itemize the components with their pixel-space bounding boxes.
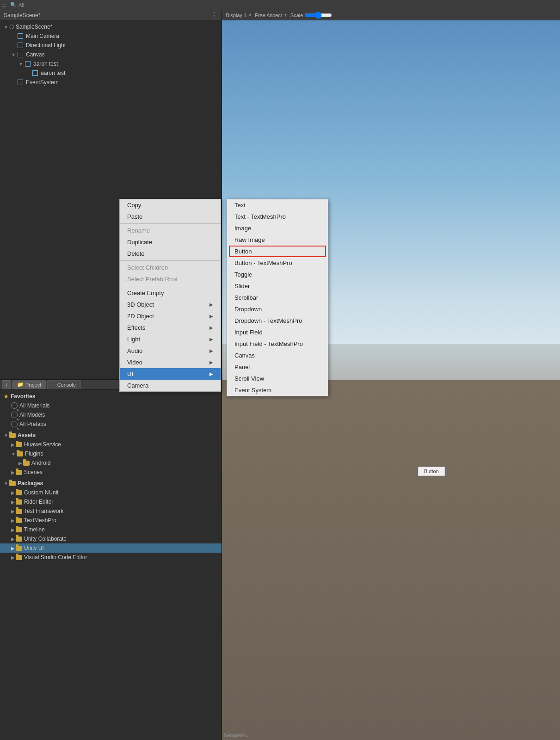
android-label: Android [31,460,50,466]
project-assets[interactable]: ▼ Assets [0,431,222,440]
add-tab-button[interactable]: + [2,380,11,389]
context-light[interactable]: Light ▶ [120,333,221,345]
submenu-canvas[interactable]: Canvas [227,350,328,361]
huawei-arrow: ▶ [11,442,15,447]
project-all-models[interactable]: All Models [0,410,222,419]
scale-slider[interactable] [304,12,332,18]
submenu-panel[interactable]: Panel [227,361,328,373]
project-timeline[interactable]: ▶ Timeline [0,525,222,534]
scene-toolbar: Display 1 ▼ Free Aspect ▼ Scale [222,10,560,20]
context-effects[interactable]: Effects ▶ [120,322,221,333]
hierarchy-menu-icon[interactable]: ⋮ [210,11,218,19]
submenu-scroll-view[interactable]: Scroll View [227,373,328,384]
submenu-toggle[interactable]: Toggle [227,269,328,280]
bottom-panels: + 📁 Project ≡ Console ★ Favorites [0,379,222,740]
submenu-text-textmeshpro[interactable]: Text - TextMeshPro [227,211,328,222]
select-children-label: Select Children [127,264,168,271]
hierarchy-item-canvas[interactable]: ▼ Canvas [0,50,222,59]
assets-arrow: ▼ [4,433,8,438]
submenu-input-field-textmeshpro[interactable]: Input Field - TextMeshPro [227,338,328,350]
aaron-test-child-label: aaron test [41,70,65,76]
project-unity-collaborate[interactable]: ▶ Unity Collaborate [0,534,222,543]
aaron-test-parent-label: aaron test [33,61,58,67]
submenu-scrollbar[interactable]: Scrollbar [227,292,328,303]
hierarchy-item-directional-light[interactable]: Directional Light [0,41,222,50]
hierarchy-scene-root[interactable]: ▼ ⬡ SampleScene* [0,22,222,31]
context-duplicate[interactable]: Duplicate [120,236,221,248]
context-copy[interactable]: Copy [120,199,221,211]
submenu-button[interactable]: Button [227,246,328,257]
submenu-text[interactable]: Text [227,199,328,211]
submenu-button-textmeshpro[interactable]: Button - TextMeshPro [227,257,328,269]
submenu-event-system[interactable]: Event System [227,384,328,396]
context-3d-object[interactable]: 3D Object ▶ [120,299,221,310]
scale-control[interactable]: Scale [290,12,332,18]
test-framework-arrow: ▶ [11,509,15,514]
project-favorites[interactable]: ★ Favorites [0,392,222,401]
submenu-dropdown-textmeshpro[interactable]: Dropdown - TextMeshPro [227,315,328,327]
canvas-label: Canvas [26,51,45,58]
hamburger-icon[interactable]: ☰ [2,2,6,8]
project-plugins[interactable]: ▼ Plugins [0,449,222,458]
tab-console[interactable]: ≡ Console [47,380,81,389]
hierarchy-item-event-system[interactable]: EventSystem [0,78,222,87]
copy-label: Copy [127,202,141,209]
project-all-prefabs[interactable]: All Prefabs [0,419,222,429]
scenes-folder-icon [16,470,22,475]
scene-ui-button: Button [418,467,445,476]
context-create-empty[interactable]: Create Empty [120,287,221,299]
textmeshpro-label: TextMeshPro [24,517,56,524]
project-test-framework[interactable]: ▶ Test Framework [0,506,222,516]
project-packages[interactable]: ▼ Packages [0,479,222,488]
project-rider-editor[interactable]: ▶ Rider Editor [0,497,222,506]
project-textmeshpro[interactable]: ▶ TextMeshPro [0,516,222,525]
display-selector[interactable]: Display 1 ▼ [226,12,252,18]
submenu-raw-image[interactable]: Raw Image [227,234,328,246]
hierarchy-item-main-camera[interactable]: Main Camera [0,31,222,41]
separator-1 [120,223,221,224]
project-custom-nunit[interactable]: ▶ Custom NUnit [0,488,222,497]
scene-root-label: SampleScene* [16,24,52,30]
video-arrow: ▶ [209,360,213,365]
hierarchy-item-aaron-test-parent[interactable]: ▼ aaron test [0,59,222,68]
all-materials-label: All Materials [19,402,49,409]
android-folder-icon [23,461,30,466]
project-visual-studio[interactable]: ▶ Visual Studio Code Editor [0,553,222,562]
aspect-dropdown-arrow: ▼ [283,13,288,18]
audio-arrow: ▶ [209,348,213,353]
context-video[interactable]: Video ▶ [120,357,221,368]
plugins-arrow: ▼ [11,451,16,456]
project-scenes[interactable]: ▶ Scenes [0,468,222,477]
android-arrow: ▶ [18,461,22,466]
context-paste[interactable]: Paste [120,211,221,222]
tab-project[interactable]: 📁 Project [12,380,46,389]
timeline-label: Timeline [24,526,45,533]
main-camera-label: Main Camera [26,33,59,39]
project-all-materials[interactable]: All Materials [0,401,222,410]
submenu-input-field[interactable]: Input Field [227,327,328,338]
context-delete[interactable]: Delete [120,248,221,259]
submenu-image[interactable]: Image [227,222,328,234]
timeline-arrow: ▶ [11,527,15,532]
context-2d-object[interactable]: 2D Object ▶ [120,310,221,322]
rider-editor-arrow: ▶ [11,500,15,505]
context-ui[interactable]: UI ▶ [120,368,221,380]
rider-editor-label: Rider Editor [24,499,53,505]
light-label: Light [127,336,140,343]
scenes-label: Scenes [24,469,43,475]
audio-label: Audio [127,347,142,354]
submenu-slider[interactable]: Slider [227,280,328,292]
project-android[interactable]: ▶ Android [0,458,222,468]
hierarchy-item-aaron-test-child[interactable]: aaron test [0,68,222,78]
aspect-selector[interactable]: Free Aspect ▼ [255,12,288,18]
custom-nunit-arrow: ▶ [11,490,15,495]
submenu-dropdown[interactable]: Dropdown [227,303,328,315]
rider-editor-folder-icon [16,500,22,505]
panel-label: Panel [234,364,250,370]
project-huawei[interactable]: ▶ HuaweiService [0,440,222,449]
project-unity-ui[interactable]: ▶ Unity UI [0,543,222,553]
unity-collaborate-folder-icon [16,536,22,542]
context-audio[interactable]: Audio ▶ [120,345,221,357]
top-bar: ☰ 🔍 All [0,0,560,10]
context-camera[interactable]: Camera [120,380,221,391]
